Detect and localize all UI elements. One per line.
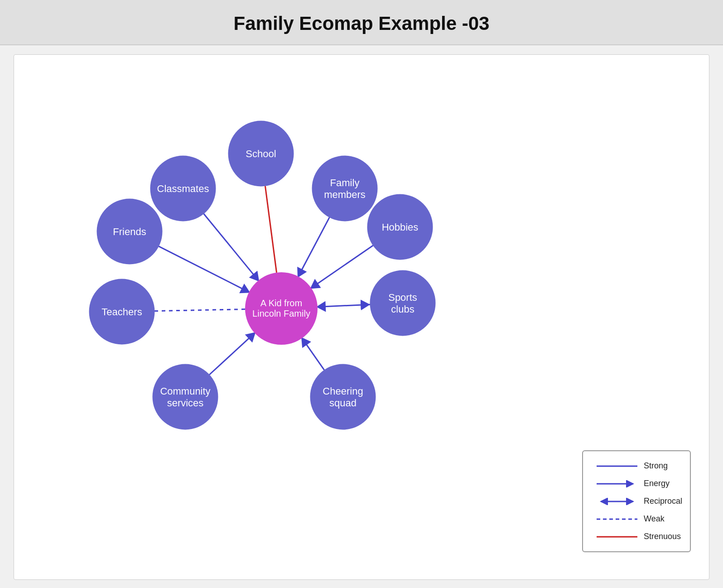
node-classmates: Classmates: [150, 156, 216, 222]
svg-line-8: [302, 338, 324, 370]
legend-item-strong: Strong: [597, 461, 676, 471]
svg-line-4: [311, 246, 373, 288]
svg-line-0: [265, 186, 276, 272]
svg-line-2: [298, 217, 329, 277]
legend-item-energy: Energy: [597, 479, 676, 488]
svg-line-6: [318, 304, 370, 307]
page-title: Family Ecomap Example -03: [0, 13, 723, 34]
legend-item-reciprocal: Reciprocal: [597, 496, 676, 506]
node-school: School: [228, 121, 294, 187]
legend-item-strenuous: Strenuous: [597, 532, 676, 541]
legend: Strong Energy: [582, 450, 691, 552]
node-cheering: Cheeringsquad: [310, 364, 376, 430]
header: Family Ecomap Example -03: [0, 0, 723, 45]
legend-item-weak: Weak: [597, 514, 676, 524]
center-node: A Kid from Lincoln Family: [245, 272, 318, 345]
main-canvas: A Kid from Lincoln FamilySchoolClassmate…: [14, 54, 709, 580]
node-family: Familymembers: [312, 156, 378, 222]
node-community: Communityservices: [153, 364, 218, 430]
svg-line-7: [209, 333, 255, 375]
node-hobbies: Hobbies: [367, 194, 433, 260]
node-friends: Friends: [97, 199, 163, 265]
node-sports: Sportsclubs: [370, 270, 436, 336]
svg-line-5: [154, 309, 245, 311]
svg-line-1: [204, 214, 259, 280]
node-teachers: Teachers: [89, 279, 155, 345]
